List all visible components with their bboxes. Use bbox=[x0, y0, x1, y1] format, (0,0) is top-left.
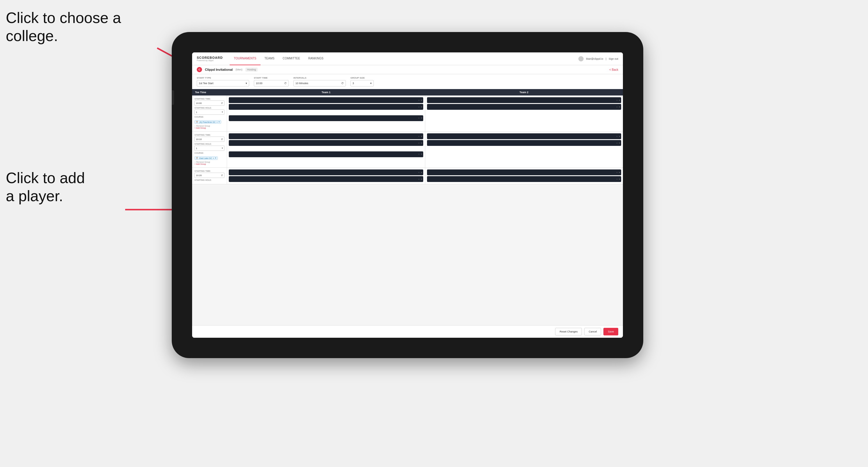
slot-x-5-1[interactable]: × bbox=[418, 171, 420, 174]
intervals-label: Intervals bbox=[293, 76, 346, 79]
player-slot-5-1[interactable]: × ▾ bbox=[229, 169, 423, 175]
course-slot-x-2[interactable]: × bbox=[418, 153, 420, 155]
group-size-label: Group Size bbox=[350, 76, 374, 79]
footer-bar: Reset Changes Cancel Save bbox=[192, 325, 623, 338]
nav-avatar bbox=[578, 56, 584, 61]
start-type-chevron: ▾ bbox=[246, 82, 247, 85]
slot-x-5-2[interactable]: × bbox=[418, 178, 420, 181]
slot-x-3-2[interactable]: × bbox=[418, 142, 420, 145]
th-tee-time: Tee Time bbox=[192, 89, 227, 95]
team1-col-2: × ▾ × ▾ bbox=[227, 132, 425, 150]
group-right-3: × ▾ × ▾ × ▾ bbox=[227, 168, 623, 184]
team1-course-col-1: × ▾ bbox=[227, 114, 425, 132]
player-slot-2-2[interactable]: × ▾ bbox=[427, 104, 621, 110]
sub-gender: (Men) bbox=[236, 68, 243, 71]
slot-x-3-1[interactable]: × bbox=[418, 135, 420, 138]
starting-time-label-3: STARTING TIME: bbox=[194, 170, 224, 172]
group-size-chevron: ▾ bbox=[370, 82, 372, 85]
remove-icon-1: ○ bbox=[194, 125, 196, 127]
starting-time-label-2: STARTING TIME: bbox=[194, 134, 224, 136]
player-slot-4-2[interactable]: × ▾ bbox=[427, 140, 621, 146]
intervals-select[interactable]: 10 Minutes ⏱ bbox=[293, 80, 346, 87]
save-button[interactable]: Save bbox=[603, 328, 618, 335]
teams-area-course-2: × ▾ bbox=[227, 150, 623, 168]
slot-x-4-2[interactable]: × bbox=[616, 142, 618, 145]
group-size-select[interactable]: 3 ▾ bbox=[350, 80, 374, 87]
teams-area-2: × ▾ × ▾ × ▾ bbox=[227, 132, 623, 150]
teams-area-3: × ▾ × ▾ × ▾ bbox=[227, 168, 623, 184]
nav-bar: SCOREBOARD Powered by clippd TOURNAMENTS… bbox=[192, 53, 623, 65]
slot-x-4-1[interactable]: × bbox=[616, 135, 618, 138]
course-remove-2[interactable]: × bbox=[213, 157, 214, 159]
slot-x-2-2[interactable]: × bbox=[616, 106, 618, 108]
slot-x-2-1[interactable]: × bbox=[616, 99, 618, 102]
sub-back-button[interactable]: < Back bbox=[609, 68, 618, 71]
slot-arrow-2-2: ▾ bbox=[619, 106, 620, 108]
slot-arrow-1-2: ▾ bbox=[421, 106, 422, 108]
slot-arrow-4-1: ▾ bbox=[619, 135, 620, 138]
nav-sign-out[interactable]: Sign out bbox=[609, 57, 618, 60]
th-team2: Team 2 bbox=[425, 89, 623, 95]
course-slot-2[interactable]: × ▾ bbox=[229, 151, 423, 157]
player-slot-5-2[interactable]: × ▾ bbox=[229, 176, 423, 182]
group-row-3: STARTING TIME: 10:20 ⏱ STARTING HOLE: × bbox=[192, 168, 623, 184]
player-slot-4-1[interactable]: × ▾ bbox=[427, 133, 621, 139]
slot-x-6-2[interactable]: × bbox=[616, 178, 618, 181]
team1-course-col-2: × ▾ bbox=[227, 150, 425, 168]
slot-arrow-6-1: ▾ bbox=[619, 171, 620, 174]
group-left-3: STARTING TIME: 10:20 ⏱ STARTING HOLE: bbox=[192, 168, 227, 184]
starting-hole-input-1[interactable]: 1 ▾ bbox=[194, 110, 224, 115]
add-group-2[interactable]: + Add Group bbox=[194, 163, 224, 165]
start-time-select[interactable]: 10:00 ⏱ bbox=[254, 80, 289, 87]
course-tag-1[interactable]: 🏌 (A) Peachtree GC × ▾ bbox=[194, 120, 221, 124]
intervals-icon: ⏱ bbox=[341, 82, 344, 85]
team1-col-1: × ▾ × ▾ bbox=[227, 95, 425, 114]
nav-item-rankings[interactable]: RANKINGS bbox=[304, 53, 328, 65]
start-type-group: Start Type 1st Tee Start ▾ bbox=[197, 76, 249, 87]
course-chevron-1[interactable]: ▾ bbox=[219, 121, 220, 123]
main-content: STARTING TIME: 10:00 ⏱ STARTING HOLE: 1 … bbox=[192, 95, 623, 325]
controls-row: Start Type 1st Tee Start ▾ Start Time 10… bbox=[192, 74, 623, 89]
th-team1: Team 1 bbox=[227, 89, 425, 95]
slot-arrow-1-1: ▾ bbox=[421, 99, 422, 102]
nav-item-tournaments[interactable]: TOURNAMENTS bbox=[230, 53, 260, 65]
player-slot-3-1[interactable]: × ▾ bbox=[229, 133, 423, 139]
course-slot-1[interactable]: × ▾ bbox=[229, 115, 423, 121]
remove-group-2[interactable]: ○ Remove Group bbox=[194, 161, 224, 163]
content-inner: STARTING TIME: 10:00 ⏱ STARTING HOLE: 1 … bbox=[192, 95, 623, 184]
course-tag-2[interactable]: 🏌 East Lake GC × ▾ bbox=[194, 156, 218, 160]
starting-hole-input-2[interactable]: 1 ▾ bbox=[194, 146, 224, 151]
starting-time-input-1[interactable]: 10:00 ⏱ bbox=[194, 100, 224, 106]
course-icon-2: 🏌 bbox=[196, 157, 198, 159]
course-remove-1[interactable]: × bbox=[217, 121, 218, 123]
nav-item-teams[interactable]: TEAMS bbox=[260, 53, 279, 65]
nav-logo-title: SCOREBOARD bbox=[197, 56, 223, 59]
nav-item-committee[interactable]: COMMITTEE bbox=[279, 53, 304, 65]
start-type-select[interactable]: 1st Tee Start ▾ bbox=[197, 80, 249, 87]
course-label-1: COURSE: bbox=[194, 116, 224, 118]
starting-time-input-3[interactable]: 10:20 ⏱ bbox=[194, 173, 224, 178]
group-size-value: 3 bbox=[352, 82, 354, 85]
player-slot-6-2[interactable]: × ▾ bbox=[427, 176, 621, 182]
slot-x-6-1[interactable]: × bbox=[616, 171, 618, 174]
remove-group-1[interactable]: ○ Remove Group bbox=[194, 125, 224, 127]
course-icon-1: 🏌 bbox=[196, 121, 198, 123]
player-slot-2-1[interactable]: × ▾ bbox=[427, 97, 621, 103]
player-slot-1-2[interactable]: × ▾ bbox=[229, 104, 423, 110]
table-header: Tee Time Team 1 Team 2 bbox=[192, 89, 623, 95]
slot-x-1-2[interactable]: × bbox=[418, 106, 420, 108]
sub-header: C Clippd Invitational (Men) Hosting < Ba… bbox=[192, 65, 623, 74]
intervals-value: 10 Minutes bbox=[296, 82, 308, 85]
cancel-button[interactable]: Cancel bbox=[584, 328, 601, 335]
player-slot-6-1[interactable]: × ▾ bbox=[427, 169, 621, 175]
course-chevron-2[interactable]: ▾ bbox=[215, 157, 216, 159]
player-slot-1-1[interactable]: × ▾ bbox=[229, 97, 423, 103]
slot-x-1-1[interactable]: × bbox=[418, 99, 420, 102]
player-slot-3-2[interactable]: × ▾ bbox=[229, 140, 423, 146]
add-group-1[interactable]: + Add Group bbox=[194, 127, 224, 129]
start-type-value: 1st Tee Start bbox=[199, 82, 213, 85]
time-icon-1: ⏱ bbox=[221, 102, 223, 104]
reset-button[interactable]: Reset Changes bbox=[555, 328, 582, 335]
course-slot-x-1[interactable]: × bbox=[418, 117, 420, 119]
starting-time-input-2[interactable]: 10:10 ⏱ bbox=[194, 136, 224, 142]
